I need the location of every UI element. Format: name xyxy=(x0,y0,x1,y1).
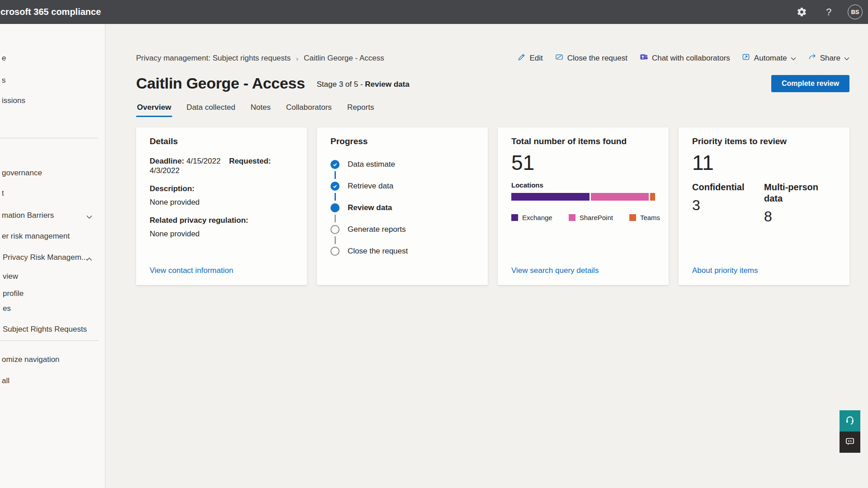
sidebar-item-omize-navigation[interactable]: omize navigation xyxy=(2,355,101,364)
exchange-swatch-icon xyxy=(511,214,518,221)
chat-collaborators-button[interactable]: Chat with collaborators xyxy=(639,53,730,64)
share-icon xyxy=(808,53,816,64)
sidebar-item-issions[interactable]: issions xyxy=(2,96,101,105)
priority-card-title: Priority items to review xyxy=(692,136,836,146)
tab-data-collected[interactable]: Data collected xyxy=(186,103,236,117)
regulation-label: Related privacy regulation: xyxy=(150,216,293,225)
automate-button[interactable]: Automate xyxy=(742,53,796,64)
chevron-down-icon xyxy=(86,212,92,221)
step-done-icon xyxy=(330,182,340,191)
breadcrumb-parent[interactable]: Privacy management: Subject rights reque… xyxy=(136,54,291,63)
step-current-icon xyxy=(330,203,340,212)
teams-swatch-icon xyxy=(629,214,636,221)
avatar[interactable]: BS xyxy=(848,5,863,19)
view-contact-information-link[interactable]: View contact information xyxy=(150,266,233,275)
legend-item-sharepoint: SharePoint xyxy=(569,214,613,221)
sidebar-item-es[interactable]: es xyxy=(2,304,101,313)
complete-review-button[interactable]: Complete review xyxy=(771,75,849,92)
sidebar-item-privacy-risk-managem[interactable]: Privacy Risk Managem... xyxy=(2,253,101,262)
sidebar-item-all[interactable]: all xyxy=(2,376,101,385)
settings-gear-icon[interactable] xyxy=(793,4,810,20)
content-area: e s issions governance t mation Barriers… xyxy=(0,24,868,488)
sidebar-item-view[interactable]: view xyxy=(2,272,101,281)
title-row: Caitlin George - Access Stage 3 of 5 - R… xyxy=(136,74,849,92)
step-close-the-request: Close the request xyxy=(330,240,474,262)
chevron-up-icon xyxy=(86,254,92,263)
close-request-button[interactable]: Close the request xyxy=(555,53,627,64)
items-found-total: 51 xyxy=(511,151,655,174)
locations-label: Locations xyxy=(511,181,655,189)
sidebar-item-mation-barriers[interactable]: mation Barriers xyxy=(2,211,101,220)
sidebar-divider xyxy=(0,340,99,341)
sidebar-item-s[interactable]: s xyxy=(2,76,101,85)
confidential-label: Confidential xyxy=(692,182,764,193)
priority-col-confidential: Confidential 3 xyxy=(692,182,764,225)
tab-bar: Overview Data collected Notes Collaborat… xyxy=(136,103,849,117)
breadcrumb-separator-icon: › xyxy=(296,55,298,62)
sharepoint-swatch-icon xyxy=(569,214,576,221)
progress-card-title: Progress xyxy=(330,136,474,146)
close-request-icon xyxy=(555,53,564,64)
sidebar-item-t[interactable]: t xyxy=(2,189,101,198)
step-retrieve-data: Retrieve data xyxy=(330,175,474,197)
sidebar: e s issions governance t mation Barriers… xyxy=(0,24,105,488)
sidebar-item-governance[interactable]: governance xyxy=(2,169,101,178)
items-found-card: Total number of items found 51 Locations… xyxy=(498,127,669,285)
progress-card: Progress Data estimate Retrieve data xyxy=(317,127,488,285)
chevron-down-icon xyxy=(791,54,796,63)
breadcrumb-current: Caitlin George - Access xyxy=(304,54,384,63)
progress-stepper: Data estimate Retrieve data Review data xyxy=(330,154,474,262)
details-card: Details Deadline: 4/15/2022 Requested: 4… xyxy=(136,127,307,285)
sidebar-divider xyxy=(0,138,99,138)
cards-row: Details Deadline: 4/15/2022 Requested: 4… xyxy=(136,127,849,285)
edit-button[interactable]: Edit xyxy=(517,53,542,64)
details-dates: Deadline: 4/15/2022 Requested: 4/3/2022 xyxy=(150,156,293,175)
breadcrumb: Privacy management: Subject rights reque… xyxy=(136,54,384,63)
app-title[interactable]: crosoft 365 compliance xyxy=(0,7,101,17)
edit-pencil-icon xyxy=(517,53,526,64)
description-label: Description: xyxy=(150,184,293,193)
feedback-widget-button[interactable] xyxy=(840,432,860,453)
regulation-value: None provided xyxy=(150,229,293,239)
bar-segment-sharepoint xyxy=(591,193,649,201)
priority-col-multi-person: Multi-person data 8 xyxy=(764,182,836,225)
tab-reports[interactable]: Reports xyxy=(346,103,375,117)
priority-items-card: Priority items to review 11 Confidential… xyxy=(679,127,849,285)
step-review-data: Review data xyxy=(330,197,474,219)
floating-widgets xyxy=(840,410,860,453)
command-bar: Edit Close the request Chat with collabo… xyxy=(517,53,849,64)
priority-breakdown: Confidential 3 Multi-person data 8 xyxy=(692,182,836,225)
view-search-query-details-link[interactable]: View search query details xyxy=(511,266,599,275)
help-icon[interactable]: ? xyxy=(821,4,837,20)
sidebar-item-er-risk-management[interactable]: er risk management xyxy=(2,232,101,241)
feedback-chat-icon xyxy=(844,436,855,448)
page-title: Caitlin George - Access xyxy=(136,74,305,92)
sidebar-item-e[interactable]: e xyxy=(2,54,101,63)
topbar-actions: ? BS xyxy=(793,4,868,20)
legend-item-exchange: Exchange xyxy=(511,214,552,221)
items-found-card-title: Total number of items found xyxy=(511,136,655,146)
step-done-icon xyxy=(330,160,340,169)
share-button[interactable]: Share xyxy=(808,53,849,64)
top-app-bar: crosoft 365 compliance ? BS xyxy=(0,0,868,24)
headset-icon xyxy=(844,415,855,427)
help-widget-button[interactable] xyxy=(840,410,860,432)
bar-segment-exchange xyxy=(511,193,590,201)
main-content: Privacy management: Subject rights reque… xyxy=(105,24,868,488)
details-card-title: Details xyxy=(150,136,293,146)
tab-collaborators[interactable]: Collaborators xyxy=(285,103,333,117)
about-priority-items-link[interactable]: About priority items xyxy=(692,266,758,275)
locations-stacked-bar xyxy=(511,193,655,201)
step-todo-icon xyxy=(330,225,340,234)
automate-icon xyxy=(742,53,750,64)
step-data-estimate: Data estimate xyxy=(330,154,474,175)
description-value: None provided xyxy=(150,197,293,207)
chevron-down-icon xyxy=(844,54,849,63)
priority-total: 11 xyxy=(692,151,836,174)
tab-notes[interactable]: Notes xyxy=(250,103,271,117)
step-todo-icon xyxy=(330,247,340,256)
screen: crosoft 365 compliance ? BS e s issions … xyxy=(0,0,868,488)
sidebar-item-subject-rights-requests[interactable]: Subject Rights Requests xyxy=(2,325,101,334)
sidebar-item-profile[interactable]: profile xyxy=(2,289,101,298)
tab-overview[interactable]: Overview xyxy=(136,103,172,117)
